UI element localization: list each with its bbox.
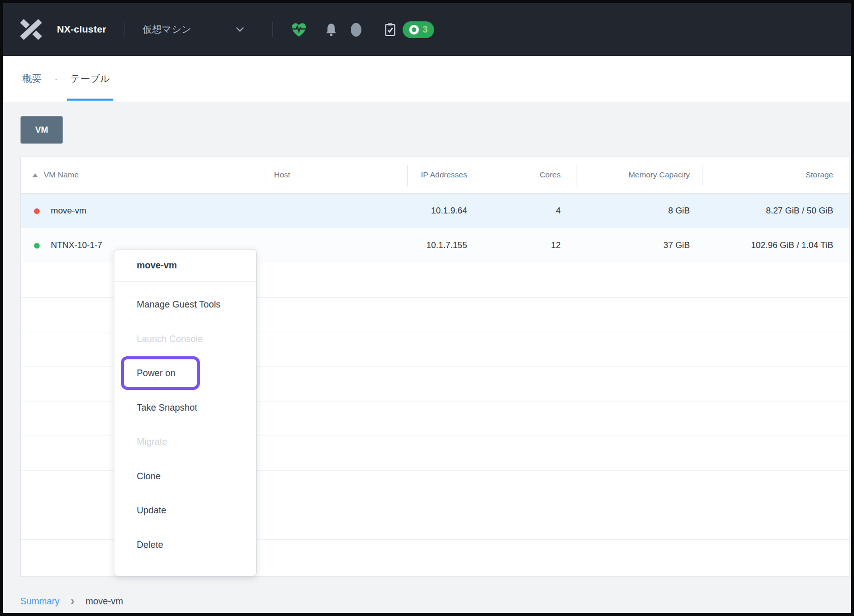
cell-storage: 8.27 GiB / 50 GiB <box>702 194 849 228</box>
tab-bar: 概要 · テーブル <box>3 56 851 102</box>
cell-memory: 37 GiB <box>576 228 702 263</box>
column-header-host[interactable]: Host <box>265 157 407 193</box>
notifications-bell-icon[interactable] <box>325 23 338 37</box>
menu-item-migrate: Migrate <box>114 425 256 459</box>
screen: NX-cluster 仮想マシン 3 <box>0 0 854 616</box>
menu-item-manage-guest-tools[interactable]: Manage Guest Tools <box>114 288 256 322</box>
table-row-move-vm[interactable]: move-vm 10.1.9.64 4 8 GiB 8.27 GiB / 50 … <box>21 194 849 228</box>
menu-item-delete[interactable]: Delete <box>114 528 256 563</box>
table-header-row: VM Name Host IP Addresses Cores Memory C… <box>21 157 849 194</box>
app-window: NX-cluster 仮想マシン 3 <box>3 3 851 613</box>
context-menu-items: Manage Guest Tools Launch Console Power … <box>114 282 256 562</box>
breadcrumb-current: move-vm <box>85 596 123 607</box>
entity-type-dropdown[interactable]: 仮想マシン <box>125 23 244 36</box>
breadcrumb-summary-link[interactable]: Summary <box>20 596 59 607</box>
breadcrumb: Summary › move-vm <box>20 596 123 607</box>
vm-name: move-vm <box>51 206 86 216</box>
user-avatar[interactable] <box>351 23 361 37</box>
column-header-cores[interactable]: Cores <box>505 157 576 193</box>
sort-ascending-icon <box>33 173 38 177</box>
top-bar: NX-cluster 仮想マシン 3 <box>3 3 851 56</box>
cell-cores: 4 <box>505 194 576 228</box>
tasks-badge[interactable]: 3 <box>403 21 434 38</box>
column-header-memory-capacity[interactable]: Memory Capacity <box>576 157 702 193</box>
column-header-ip-addresses[interactable]: IP Addresses <box>407 157 505 193</box>
vm-button[interactable]: VM <box>20 116 63 144</box>
cell-ip: 10.1.9.64 <box>407 194 505 228</box>
menu-item-take-snapshot[interactable]: Take Snapshot <box>114 391 256 425</box>
menu-item-launch-console: Launch Console <box>114 322 256 357</box>
nutanix-logo-icon <box>20 19 42 40</box>
cell-memory: 8 GiB <box>576 194 702 228</box>
status-dot-off <box>34 208 40 214</box>
status-dot-on <box>34 243 40 249</box>
vm-context-menu: move-vm Manage Guest Tools Launch Consol… <box>114 249 257 576</box>
context-menu-title: move-vm <box>114 250 256 282</box>
tasks-clipboard-icon[interactable] <box>384 23 396 37</box>
menu-item-power-on[interactable]: Power on <box>114 356 256 391</box>
menu-item-clone[interactable]: Clone <box>114 459 256 494</box>
entity-type-label: 仮想マシン <box>142 23 191 36</box>
health-heart-icon[interactable] <box>290 22 308 38</box>
tab-table[interactable]: テーブル <box>71 56 110 102</box>
menu-item-update[interactable]: Update <box>114 494 256 528</box>
progress-ring-icon <box>409 25 419 35</box>
column-header-storage[interactable]: Storage <box>702 157 849 193</box>
chevron-down-icon <box>236 27 244 32</box>
cell-host <box>265 228 407 263</box>
cell-ip: 10.1.7.155 <box>407 228 505 263</box>
column-header-vm-name[interactable]: VM Name <box>21 157 265 193</box>
tab-overview[interactable]: 概要 <box>22 56 42 102</box>
vm-name: NTNX-10-1-7 <box>51 240 102 251</box>
cell-host <box>265 194 407 228</box>
cluster-name: NX-cluster <box>57 24 106 35</box>
main-content: VM VM Name Host IP Addresses Cores Memor… <box>3 102 851 613</box>
cell-storage: 102.96 GiB / 1.04 TiB <box>702 228 849 263</box>
tab-separator-dot: · <box>54 73 58 85</box>
breadcrumb-chevron-icon: › <box>71 596 74 607</box>
cell-cores: 12 <box>505 228 576 263</box>
topbar-divider <box>272 22 273 37</box>
tasks-count: 3 <box>422 24 428 35</box>
